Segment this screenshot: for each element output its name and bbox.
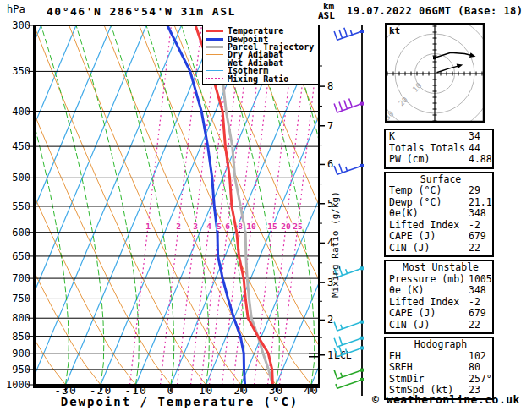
stats-label: CAPE (J): [389, 231, 469, 243]
skewt-sounding-page: hPa 40°46'N 286°54'W 31m ASL 19.07.2022 …: [0, 0, 532, 411]
svg-text:1: 1: [327, 349, 333, 361]
stats-value: -2: [469, 220, 492, 232]
svg-text:900: 900: [12, 348, 30, 359]
svg-text:2: 2: [327, 314, 333, 326]
svg-text:20: 20: [281, 222, 291, 231]
stats-value: 44: [469, 143, 492, 155]
stats-value: 1005: [469, 274, 492, 286]
stats-label: Lifted Index: [389, 297, 469, 309]
svg-text:20: 20: [397, 96, 409, 108]
stats-row: K34: [389, 131, 492, 143]
stats-row: PW (cm)4.88: [389, 154, 492, 166]
svg-text:10: 10: [246, 222, 256, 231]
stats-panel-hodograph: HodographEH102SREH80StmDir257°StmSpd (kt…: [384, 337, 494, 400]
wind-barb: [334, 369, 364, 379]
svg-text:8: 8: [238, 222, 243, 231]
stats-label: θe(K): [389, 208, 469, 220]
svg-text:15: 15: [267, 222, 277, 231]
wind-barb: [334, 28, 364, 41]
stats-label: Dewp (°C): [389, 197, 469, 209]
stats-row: Temp (°C)29: [389, 185, 492, 197]
stats-label: Pressure (mb): [389, 274, 469, 286]
svg-text:600: 600: [12, 227, 30, 238]
svg-text:6: 6: [225, 222, 230, 231]
wind-barb: [334, 321, 364, 331]
stats-row: CIN (J)22: [389, 320, 492, 332]
svg-text:7: 7: [327, 120, 333, 132]
stats-row: θe (K)348: [389, 285, 492, 297]
hodograph-unit: kt: [389, 25, 400, 36]
stats-row: CAPE (J)679: [389, 231, 492, 243]
stats-value: 80: [469, 362, 492, 374]
legend-label: Temperature: [228, 27, 283, 35]
stats-row: EH102: [389, 351, 492, 363]
stats-value: 679: [469, 308, 492, 320]
hodograph-canvas: 102030: [385, 23, 485, 123]
svg-text:750: 750: [12, 293, 30, 304]
stats-value: 4.88: [469, 154, 492, 166]
legend-label: Mixing Ratio: [228, 75, 288, 83]
svg-text:650: 650: [12, 250, 30, 262]
stats-row: SREH80: [389, 362, 492, 374]
stats-row: Pressure (mb)1005: [389, 274, 492, 286]
stats-value: 22: [469, 320, 492, 332]
stats-row: Lifted Index-2: [389, 297, 492, 309]
legend-swatch: [206, 38, 223, 41]
stats-label: θe (K): [389, 285, 469, 297]
stats-value: 348: [469, 208, 492, 220]
pressure-tick-labels: 3003504004505005506006507007508008509009…: [6, 19, 30, 391]
svg-text:6: 6: [327, 158, 333, 170]
mixing-ratio-axis-label: Mixing Ratio (g/kg): [330, 191, 341, 298]
wind-barb: [334, 337, 364, 347]
svg-text:25: 25: [293, 222, 303, 231]
legend-swatch: [206, 78, 223, 79]
hodograph-trace-lower: [436, 66, 459, 73]
chart-legend: TemperatureDewpointParcel TrajectoryDry …: [202, 25, 319, 85]
stats-label: CIN (J): [389, 320, 469, 332]
stats-row: Dewp (°C)21.1: [389, 197, 492, 209]
legend-swatch: [206, 30, 223, 32]
svg-text:8: 8: [327, 80, 333, 92]
stats-row: θe(K)348: [389, 208, 492, 220]
svg-text:300: 300: [12, 19, 30, 31]
legend-label: Isotherm: [228, 67, 268, 74]
stats-panel-most-unstable: Most UnstablePressure (mb)1005θe (K)348L…: [384, 260, 494, 334]
stats-row: Totals Totals44: [389, 143, 492, 155]
stats-value: 679: [469, 231, 492, 243]
legend-swatch: [206, 46, 223, 48]
stats-label: SREH: [389, 362, 469, 374]
svg-text:350: 350: [12, 65, 30, 77]
svg-text:3: 3: [193, 222, 198, 231]
stats-panel-indices: K34Totals Totals44PW (cm)4.88: [384, 129, 494, 169]
svg-text:500: 500: [12, 172, 30, 184]
legend-swatch: [206, 70, 223, 71]
stats-label: Totals Totals: [389, 143, 469, 155]
svg-text:550: 550: [12, 200, 30, 212]
svg-text:5: 5: [217, 222, 222, 231]
stats-label: StmDir: [389, 374, 469, 386]
stats-value: 21.1: [469, 197, 492, 209]
legend-label: Dry Adiabat: [228, 51, 283, 58]
stats-label: Lifted Index: [389, 220, 469, 232]
svg-text:1: 1: [145, 222, 151, 231]
svg-text:1000: 1000: [6, 379, 30, 391]
stats-value: 34: [469, 131, 492, 143]
wind-barb: [334, 164, 364, 174]
svg-text:950: 950: [12, 364, 30, 375]
stats-panel-header: Surface: [389, 174, 492, 186]
stats-value: 22: [469, 243, 492, 255]
stats-value: -2: [469, 297, 492, 309]
svg-text:2: 2: [176, 222, 181, 231]
stats-value: 348: [469, 285, 492, 297]
stats-value: 257°: [469, 374, 492, 386]
wind-barb: [336, 378, 364, 388]
hodograph-trace-upper: [435, 52, 473, 58]
legend-item: Mixing Ratio: [206, 74, 318, 82]
stats-label: EH: [389, 351, 469, 363]
stats-panel-header: Most Unstable: [389, 262, 492, 274]
svg-text:800: 800: [12, 312, 30, 324]
stats-label: K: [389, 131, 469, 143]
svg-text:700: 700: [12, 272, 30, 284]
stats-value: 102: [469, 351, 492, 363]
stats-label: Temp (°C): [389, 185, 469, 197]
